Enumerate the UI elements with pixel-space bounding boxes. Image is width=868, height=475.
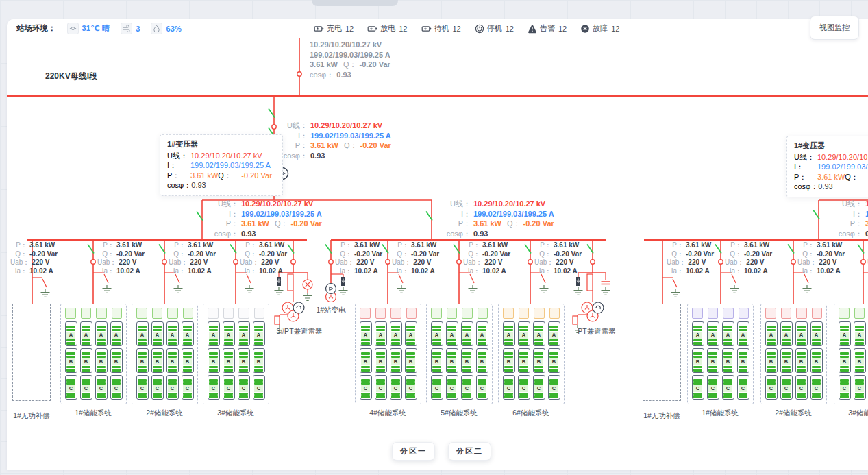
- station-transformer-icon[interactable]: [326, 284, 336, 302]
- rack-letter: A: [361, 332, 370, 339]
- battery-rack: B: [707, 348, 719, 373]
- sun-icon: [67, 23, 79, 34]
- legend-discharge[interactable]: 放电12: [367, 23, 407, 34]
- value-text: Uab：: [240, 258, 259, 267]
- battery-rack-row: AAAA: [691, 321, 750, 346]
- storage-system[interactable]: AAAABBBBCCCC: [498, 304, 565, 404]
- battery-rack: B: [208, 348, 220, 373]
- legend-standby[interactable]: 待机12: [421, 23, 461, 34]
- branch-measurements: P：3.61 kWQ：-0.20 VarUab：220 VIa：10.02 A: [463, 241, 510, 276]
- storage-system[interactable]: AAAABBBBCCCC: [687, 304, 754, 404]
- rack-letter: A: [462, 332, 471, 339]
- fuse-icon: [587, 274, 593, 291]
- battery-rack: A: [722, 321, 734, 346]
- legend-charge[interactable]: 充电12: [314, 23, 354, 34]
- value-text: 3.61 kW: [354, 241, 380, 250]
- pcs-status-square: [360, 308, 371, 319]
- battery-rack-row: CCCC: [64, 375, 123, 400]
- battery-rack: B: [854, 348, 866, 373]
- value-text: cosφ：: [213, 229, 238, 239]
- reactive-compensation-box[interactable]: [643, 304, 681, 401]
- rack-letter: A: [855, 332, 864, 339]
- battery-rack-row: AAAA: [64, 321, 123, 346]
- battery-rack: C: [375, 375, 387, 400]
- rack-letter: B: [504, 358, 513, 365]
- fuse-icon: [288, 274, 293, 291]
- value-text: 199.02/199.03/199.25 A: [310, 131, 391, 141]
- storage-system[interactable]: AAAABBBBCCCC: [203, 304, 269, 404]
- view-monitor-button[interactable]: 视图监控: [810, 16, 859, 40]
- branch-measurements: P：3.61 kWQ：-0.20 VarUab：220 VIa：10.02 A: [667, 241, 714, 276]
- ground-icon: [103, 285, 112, 293]
- rack-letter: B: [138, 358, 147, 365]
- temperature-value: 31℃: [82, 24, 100, 32]
- legend-fault[interactable]: 故障12: [580, 23, 619, 34]
- storage-system[interactable]: AAAABBBBCCCC: [760, 304, 827, 404]
- battery-rack: A: [446, 321, 458, 346]
- value-text: 3.61 kW: [686, 241, 711, 250]
- feeder-measurements: U线：10.29/10.20/10.27 kVI：199.02/199.03/1…: [213, 199, 322, 239]
- alert-triangle-icon: [528, 24, 537, 34]
- battery-rack: B: [65, 348, 77, 373]
- arrester-icon: [277, 277, 281, 286]
- value-text: Uab：: [463, 258, 482, 267]
- zone1-button[interactable]: 分区一: [392, 442, 435, 461]
- rack-letter: B: [855, 358, 864, 365]
- battery-rack: C: [253, 375, 265, 400]
- value-text: I：: [282, 131, 308, 141]
- value-text: Ia：: [534, 267, 551, 276]
- rack-letter: B: [767, 358, 776, 365]
- pcs-status-square: [183, 308, 194, 319]
- battery-rack: A: [839, 321, 851, 346]
- rack-letter: C: [708, 385, 717, 392]
- legend-shutdown[interactable]: 停机12: [475, 23, 514, 34]
- battery-rack-row: CCCC: [501, 375, 561, 400]
- rack-letter: A: [138, 332, 147, 339]
- pcs-status-square: [112, 308, 123, 319]
- arrester-icon: [341, 277, 345, 286]
- rack-letter: A: [224, 332, 233, 339]
- legend-alarm[interactable]: 告警12: [528, 23, 567, 34]
- pcs-status-square: [534, 308, 545, 319]
- battery-rack: B: [810, 348, 823, 373]
- value-text: 199.02/199.03/199.25 A: [190, 160, 271, 171]
- storage-system[interactable]: AAAABBBBCCCC: [834, 304, 868, 404]
- storage-system[interactable]: AAAABBBBCCCC: [426, 304, 493, 404]
- battery-rack: C: [223, 375, 235, 400]
- storage-system[interactable]: AAAABBBBCCCC: [355, 304, 421, 404]
- rack-letter: B: [782, 358, 791, 365]
- battery-rack: B: [780, 348, 793, 373]
- battery-rack: A: [166, 321, 179, 346]
- pcs-status-row: [136, 308, 193, 319]
- branch-measurements: P：3.61 kWQ：-0.20 VarUab：220 VIa：10.02 A: [240, 241, 287, 276]
- junction-node: [719, 260, 723, 264]
- humidity-icon: [151, 23, 162, 34]
- value-text: 220 V: [484, 258, 502, 267]
- pcs-status-square: [739, 308, 749, 319]
- reactive-compensation-box[interactable]: [12, 304, 51, 401]
- junction-node: [234, 260, 238, 264]
- pt-fuse-icon: [275, 316, 280, 324]
- branch-measurements: P：3.61 kWQ：-0.20 VarUab：220 VIa：10.02 A: [797, 241, 845, 276]
- battery-rack: C: [765, 375, 778, 400]
- storage-system-label: 1#储能系统: [702, 409, 739, 418]
- battery-rack: B: [136, 348, 149, 373]
- rack-letter: C: [767, 385, 776, 392]
- value-text: P：: [240, 241, 257, 250]
- value-text: 10.02 A: [744, 267, 768, 276]
- rack-letter: B: [254, 358, 263, 365]
- battery-rack-row: AAAA: [430, 321, 489, 346]
- legend-label: 放电: [380, 23, 395, 34]
- storage-system[interactable]: AAAABBBBCCCC: [60, 304, 127, 404]
- zone2-button[interactable]: 分区二: [448, 442, 491, 461]
- value-text: 3.61 kW: [817, 172, 845, 182]
- rack-letter: B: [447, 358, 456, 365]
- legend-count: 12: [345, 25, 354, 33]
- value-text: Q：: [240, 250, 257, 259]
- value-text: 0.93: [865, 229, 868, 239]
- rack-letter: B: [82, 358, 90, 365]
- value-text: Q：: [10, 250, 27, 259]
- storage-system[interactable]: AAAABBBBCCCC: [132, 304, 198, 404]
- incoming-measurements: 10.29/10.20/10.27 kV199.02/199.03/199.25…: [310, 40, 390, 80]
- value-text: 199.02/199.03/199.25 A: [473, 209, 554, 219]
